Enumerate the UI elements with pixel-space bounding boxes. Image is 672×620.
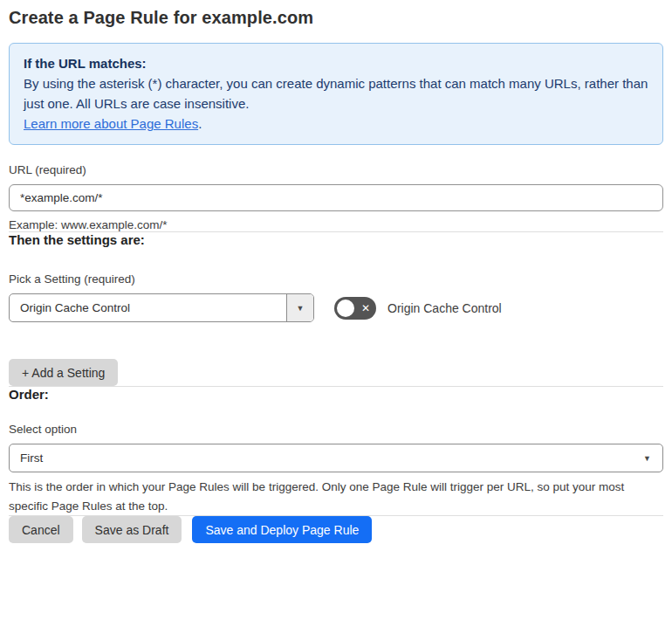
info-box-heading: If the URL matches: [24,53,648,73]
order-select-value: First [20,451,43,465]
url-field-label: URL (required) [9,163,663,176]
settings-section-heading: Then the settings are: [9,232,663,247]
save-as-draft-button[interactable]: Save as Draft [82,516,182,543]
url-input[interactable] [9,184,663,211]
order-section-heading: Order: [9,387,663,402]
url-example-text: Example: www.example.com/* [9,218,663,231]
info-box-link-line: Learn more about Page Rules. [24,114,648,134]
cancel-button[interactable]: Cancel [9,516,73,543]
pick-setting-label: Pick a Setting (required) [9,272,663,286]
setting-row: Origin Cache Control ▼ ✕ Origin Cache Co… [9,293,663,322]
page-rule-form: Create a Page Rule for example.com If th… [0,0,672,543]
footer-actions: Cancel Save as Draft Save and Deploy Pag… [9,516,663,543]
toggle-label: Origin Cache Control [387,301,502,315]
link-period: . [198,116,202,131]
caret-down-icon: ▼ [643,444,651,472]
setting-dropdown[interactable]: Origin Cache Control ▼ [9,293,314,322]
setting-dropdown-value: Origin Cache Control [10,294,286,321]
caret-down-icon[interactable]: ▼ [286,294,313,321]
order-select-label: Select option [9,423,663,436]
url-match-info-box: If the URL matches: By using the asteris… [9,43,663,145]
info-box-body: By using the asterisk (*) character, you… [24,73,648,114]
learn-more-link[interactable]: Learn more about Page Rules [24,116,198,131]
toggle-off-x-icon: ✕ [361,297,370,320]
toggle-knob [337,300,354,317]
save-and-deploy-button[interactable]: Save and Deploy Page Rule [192,516,372,543]
page-title: Create a Page Rule for example.com [9,8,663,28]
add-setting-button[interactable]: + Add a Setting [9,359,118,386]
order-select[interactable]: First ▼ [9,444,663,472]
order-help-text: This is the order in which your Page Rul… [9,478,663,515]
origin-cache-control-toggle[interactable]: ✕ [334,297,376,320]
